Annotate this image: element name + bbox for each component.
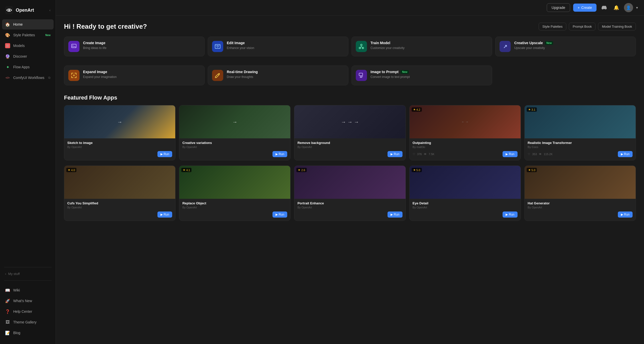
outpainting-rating: ★ 4.2 bbox=[412, 107, 422, 112]
remove-background-body: Remove background By OpenArt ▶ Run bbox=[294, 138, 405, 160]
flow-card-portrait-enhance[interactable]: ★ 2.6 Portrait Enhance By OpenArt ▶ Run bbox=[294, 166, 406, 221]
remove-background-footer: ▶ Run bbox=[297, 151, 402, 157]
image-to-prompt-content: Image to Prompt New Convert image to tex… bbox=[371, 70, 488, 79]
sketch-to-image-footer: ▶ Run bbox=[67, 151, 172, 157]
sidebar-item-home[interactable]: 🏠 Home bbox=[2, 19, 54, 29]
realtime-drawing-icon bbox=[212, 70, 223, 81]
main-content: Upgrade + Create 🔔 👤 ▾ Hi ! Ready to get… bbox=[56, 0, 644, 344]
realtime-drawing-content: Real-time Drawing Draw your thoughts bbox=[227, 70, 344, 79]
replace-object-run-button[interactable]: ▶ Run bbox=[272, 211, 287, 218]
svg-point-1 bbox=[8, 9, 10, 11]
realistic-transformer-run-button[interactable]: ▶ Run bbox=[618, 151, 633, 157]
creative-variations-author: By OpenArt bbox=[182, 145, 287, 149]
outpainting-body: Outpainting By matt3o ♡ 376 👁 7.5K ▶ Run bbox=[410, 138, 521, 160]
cufs-thumbnail: ★ 4.0 bbox=[64, 166, 175, 199]
page-action-buttons: Style Palettes Prompt Book Model Trainin… bbox=[539, 23, 636, 30]
image-to-prompt-icon bbox=[356, 70, 367, 81]
quick-card-image-to-prompt[interactable]: Image to Prompt New Convert image to tex… bbox=[351, 65, 492, 85]
creative-upscale-content: Creative Upscale New Upscale your creati… bbox=[514, 41, 632, 50]
sidebar-item-wiki[interactable]: 📖 Wiki bbox=[2, 285, 54, 295]
flow-card-eye-detail[interactable]: ★ 5.0 Eye Detail By OpenArt ▶ Run bbox=[409, 166, 521, 221]
hat-generator-rating: ★ 5.0 bbox=[527, 168, 537, 172]
notification-bell-icon[interactable]: 🔔 bbox=[612, 3, 621, 12]
realistic-transformer-star-icon: ★ bbox=[528, 108, 531, 111]
discover-icon: 🔮 bbox=[5, 54, 10, 59]
wiki-icon: 📖 bbox=[5, 288, 10, 293]
replace-object-rating: ★ 4.1 bbox=[181, 168, 191, 172]
quick-card-create-image[interactable]: Create Image Bring ideas to life bbox=[64, 37, 205, 56]
flow-card-outpainting[interactable]: ★ 4.2 ← → Outpainting By matt3o ♡ 376 👁 … bbox=[409, 105, 521, 160]
flow-card-cufs[interactable]: ★ 4.0 Cufs You Simplified By OpenArt ▶ R… bbox=[64, 166, 175, 221]
create-button[interactable]: + Create bbox=[573, 4, 597, 12]
creative-upscale-title: Creative Upscale New bbox=[514, 41, 632, 45]
creative-variations-run-button[interactable]: ▶ Run bbox=[272, 151, 287, 157]
portrait-enhance-name: Portrait Enhance bbox=[297, 201, 402, 205]
eye-detail-run-button[interactable]: ▶ Run bbox=[503, 211, 517, 218]
collapse-sidebar-button[interactable]: ‹ bbox=[49, 8, 51, 12]
eye-detail-thumbnail: ★ 5.0 bbox=[410, 166, 521, 199]
remove-background-name: Remove background bbox=[297, 141, 402, 145]
quick-actions-grid: Create Image Bring ideas to life Edit Im… bbox=[64, 37, 636, 56]
sidebar-divider-1 bbox=[4, 267, 52, 267]
models-icon: ⊞ bbox=[5, 43, 10, 48]
eye-detail-name: Eye Detail bbox=[413, 201, 518, 205]
portrait-enhance-run-button[interactable]: ▶ Run bbox=[388, 211, 402, 218]
sidebar-item-discover[interactable]: 🔮 Discover bbox=[2, 51, 54, 61]
hat-generator-thumbnail: ★ 5.0 bbox=[525, 166, 636, 199]
discord-icon[interactable] bbox=[600, 3, 609, 12]
replace-object-star-icon: ★ bbox=[183, 168, 185, 172]
sidebar-item-models-label: Models bbox=[13, 44, 25, 48]
creative-upscale-icon: ↗ bbox=[500, 41, 511, 52]
theme-icon: 🖼 bbox=[5, 320, 10, 325]
image-to-prompt-desc: Convert image to text prompt bbox=[371, 75, 488, 79]
upgrade-button[interactable]: Upgrade bbox=[547, 3, 570, 12]
cufs-run-button[interactable]: ▶ Run bbox=[157, 211, 172, 218]
image-to-prompt-badge: New bbox=[400, 70, 409, 74]
realistic-transformer-footer: ♡ 353 👁 115.2K ▶ Run bbox=[528, 151, 633, 157]
sidebar-item-whats-new[interactable]: 🚀 What's New bbox=[2, 296, 54, 306]
creative-variations-footer: ▶ Run bbox=[182, 151, 287, 157]
replace-object-name: Replace Object bbox=[182, 201, 287, 205]
comfyui-icon: </> bbox=[5, 75, 10, 80]
flow-card-realistic-transformer[interactable]: ★ 3.1 Realistic Image Transformer By Coc… bbox=[524, 105, 636, 160]
realistic-transformer-rating: ★ 3.1 bbox=[527, 107, 537, 112]
quick-card-edit-image[interactable]: Edit Image Enhance your vision bbox=[208, 37, 348, 56]
page-title: Hi ! Ready to get creative? bbox=[64, 23, 147, 30]
svg-rect-4 bbox=[215, 44, 220, 48]
prompt-book-action-button[interactable]: Prompt Book bbox=[569, 23, 595, 30]
sketch-to-image-author: By OpenArt bbox=[67, 145, 172, 149]
my-stuff-section[interactable]: › My stuff bbox=[0, 270, 56, 278]
quick-card-realtime-drawing[interactable]: Real-time Drawing Draw your thoughts bbox=[208, 65, 348, 85]
sidebar-item-comfyui-label: ComfyUI Workflows bbox=[13, 76, 44, 80]
cufs-body: Cufs You Simplified By OpenArt ▶ Run bbox=[64, 199, 175, 221]
user-menu-chevron[interactable]: ▾ bbox=[636, 6, 638, 10]
sidebar-item-help[interactable]: ❓ Help Center bbox=[2, 306, 54, 317]
flow-card-remove-background[interactable]: → → → Remove background By OpenArt ▶ Run bbox=[294, 105, 406, 160]
realtime-drawing-title: Real-time Drawing bbox=[227, 70, 344, 74]
remove-background-run-button[interactable]: ▶ Run bbox=[388, 151, 402, 157]
flow-card-creative-variations[interactable]: → Creative variations By OpenArt ▶ Run bbox=[179, 105, 291, 160]
flow-card-replace-object[interactable]: ★ 4.1 Replace Object By OpenArt ▶ Run bbox=[179, 166, 291, 221]
flow-card-sketch-to-image[interactable]: → Sketch to image By OpenArt ▶ Run bbox=[64, 105, 175, 160]
page-content: Hi ! Ready to get creative? Style Palett… bbox=[56, 15, 644, 344]
sidebar-item-comfyui[interactable]: </> ComfyUI Workflows ⧉ bbox=[2, 73, 54, 83]
sketch-to-image-run-button[interactable]: ▶ Run bbox=[157, 151, 172, 157]
sidebar-item-blog[interactable]: 📝 Blog bbox=[2, 328, 54, 338]
svg-point-3 bbox=[73, 45, 73, 46]
model-training-book-action-button[interactable]: Model Training Book bbox=[598, 23, 636, 30]
style-palettes-action-button[interactable]: Style Palettes bbox=[539, 23, 567, 30]
realistic-transformer-views-icon: 👁 bbox=[539, 153, 542, 156]
outpainting-run-button[interactable]: ▶ Run bbox=[503, 151, 517, 157]
sidebar-item-models[interactable]: ⊞ Models bbox=[2, 41, 54, 51]
flow-card-hat-generator[interactable]: ★ 5.0 Hat Generator By OpenArt ▶ Run bbox=[524, 166, 636, 221]
quick-card-creative-upscale[interactable]: ↗ Creative Upscale New Upscale your crea… bbox=[495, 37, 636, 56]
hat-generator-run-button[interactable]: ▶ Run bbox=[618, 211, 633, 218]
sidebar-item-flow-apps[interactable]: ✦ Flow Apps bbox=[2, 62, 54, 72]
remove-bg-arrow-icon: → → → bbox=[341, 119, 359, 125]
quick-card-train-model[interactable]: Train Model Customize your creativity bbox=[351, 37, 492, 56]
quick-card-expand-image[interactable]: Expand Image Expand your imagination bbox=[64, 65, 205, 85]
sidebar-item-style-palettes[interactable]: 🎨 Style Palettes New bbox=[2, 30, 54, 40]
realtime-drawing-desc: Draw your thoughts bbox=[227, 75, 344, 79]
sidebar-item-theme[interactable]: 🖼 Theme Gallery bbox=[2, 317, 54, 327]
user-avatar[interactable]: 👤 bbox=[624, 3, 633, 12]
